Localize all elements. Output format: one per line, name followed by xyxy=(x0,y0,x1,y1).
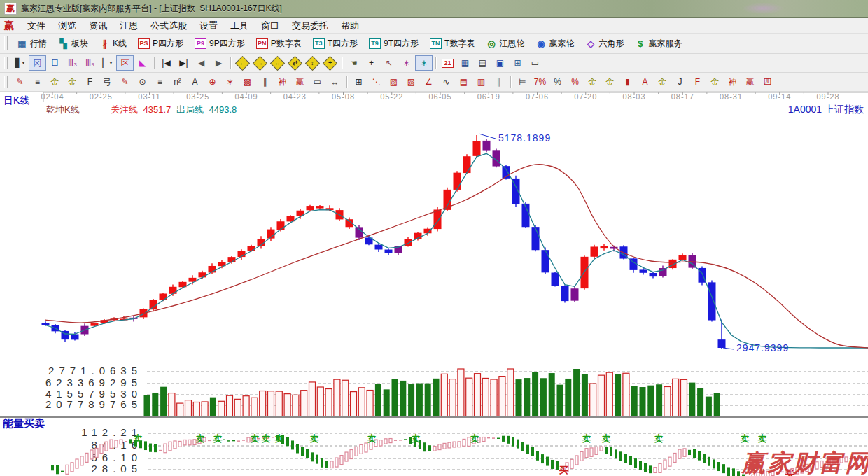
P数字表-button[interactable]: PNP数字表 xyxy=(251,36,307,52)
chart-region-icon[interactable]: 冈 xyxy=(29,55,46,71)
box-grid-icon[interactable]: ▩ xyxy=(239,74,256,90)
gann-brain-icon[interactable]: ∗ xyxy=(415,55,433,71)
diamond-hexpand-icon[interactable]: ↔ xyxy=(269,55,286,71)
last-page-icon[interactable]: ▶| xyxy=(175,55,192,71)
arc-tool-icon[interactable]: 弓 xyxy=(99,74,116,90)
gold-circle-icon[interactable]: 金 xyxy=(584,74,601,90)
f-grid-icon[interactable]: F xyxy=(81,74,99,90)
box-hatch-icon[interactable]: ▧ xyxy=(402,74,420,90)
box-rays-icon[interactable]: ▨ xyxy=(385,74,402,90)
single-candle-icon[interactable]: ▏▾ xyxy=(99,55,116,71)
n2-icon[interactable]: n² xyxy=(169,74,186,90)
ruler123-icon[interactable]: ▭ xyxy=(309,74,326,90)
pct-line-icon[interactable]: % xyxy=(566,74,584,90)
shen-tool-icon[interactable]: 神 xyxy=(274,74,291,90)
T四方形-button[interactable]: T3T四方形 xyxy=(307,36,363,52)
network-icon[interactable]: ⊞ xyxy=(509,55,526,71)
menu-item-2[interactable]: 资讯 xyxy=(83,19,113,32)
color-histogram-icon[interactable]: ◣ xyxy=(134,55,151,71)
bars3-icon[interactable]: Ⅲ₃ xyxy=(64,55,81,71)
diamond-compress-icon[interactable]: ⇄ xyxy=(286,55,304,71)
pct-icon[interactable]: % xyxy=(549,74,566,90)
K线-button[interactable]: ∦K线 xyxy=(94,36,132,52)
gold-angle-icon[interactable]: 金 xyxy=(654,74,671,90)
T数字表-button[interactable]: TNT数字表 xyxy=(424,36,480,52)
angle-rays-icon[interactable]: ∠ xyxy=(420,74,438,90)
menu-item-1[interactable]: 浏览 xyxy=(52,19,83,32)
menu-item-9[interactable]: 帮助 xyxy=(335,19,365,32)
toolbar-grip[interactable] xyxy=(4,76,8,88)
crosshair-icon[interactable]: + xyxy=(363,55,380,71)
赢家轮-button[interactable]: ◉赢家轮 xyxy=(530,36,580,52)
diamond-left-icon[interactable]: ← xyxy=(234,55,251,71)
toolbar-grip[interactable] xyxy=(4,57,8,69)
grid-h-icon[interactable]: ▤ xyxy=(455,74,472,90)
j-angle-icon[interactable]: J xyxy=(671,74,689,90)
hand-icon[interactable]: ☚ xyxy=(345,55,363,71)
anchor-grid-icon[interactable]: ⊞ xyxy=(350,74,368,90)
9P四方形-button[interactable]: P99P四方形 xyxy=(189,36,251,52)
first-page-icon[interactable]: |◀ xyxy=(158,55,175,71)
pct7-icon[interactable]: 7% xyxy=(531,74,549,90)
六角形-button[interactable]: ◇六角形 xyxy=(580,36,629,52)
pencil2-icon[interactable]: ✎ xyxy=(116,74,134,90)
ying-tool-icon[interactable]: 赢 xyxy=(291,74,309,90)
print-icon[interactable]: ▭ xyxy=(526,55,544,71)
diamond-all-icon[interactable]: + xyxy=(321,55,339,71)
赢家服务-button[interactable]: $赢家服务 xyxy=(629,36,687,52)
grid-v-icon[interactable]: ▥ xyxy=(472,74,490,90)
notepad-icon[interactable]: ▤ xyxy=(474,55,491,71)
shen-angle-icon[interactable]: 神 xyxy=(724,74,741,90)
gold-angle2-icon[interactable]: 金 xyxy=(706,74,724,90)
toolbar-grip[interactable] xyxy=(4,36,8,50)
kline-chart[interactable]: 02-0402-2503-1103-2504-0904-2305-0805-22… xyxy=(0,92,868,476)
menu-item-7[interactable]: 窗口 xyxy=(255,19,286,32)
menu-item-4[interactable]: 公式选股 xyxy=(144,19,193,32)
a-wave-icon[interactable]: A xyxy=(636,74,654,90)
行情-button[interactable]: ▦行情 xyxy=(11,36,52,52)
prev-icon[interactable]: ◀ xyxy=(192,55,210,71)
ying-angle-icon[interactable]: 赢 xyxy=(741,74,759,90)
calendar-icon[interactable]: 21 xyxy=(439,55,456,71)
江恩轮-button[interactable]: ◎江恩轮 xyxy=(480,36,530,52)
target-circle-icon[interactable]: ⊕ xyxy=(204,74,221,90)
9T四方形-button[interactable]: T99T四方形 xyxy=(363,36,424,52)
gold-line-icon[interactable]: 金 xyxy=(601,74,619,90)
kline-mode-icon[interactable]: 区 xyxy=(116,55,134,71)
menu-item-3[interactable]: 江恩 xyxy=(113,19,144,32)
f-angle-icon[interactable]: F xyxy=(689,74,706,90)
板块-button[interactable]: ▚板块 xyxy=(52,36,94,52)
hspan-icon[interactable]: ↔ xyxy=(326,74,344,90)
hash-lines-icon[interactable]: ≡ xyxy=(29,74,46,90)
gann-flower-icon[interactable]: ∗ xyxy=(398,55,415,71)
wide-hash-icon[interactable]: ≡ xyxy=(151,74,169,90)
rays-icon[interactable]: ⋱ xyxy=(368,74,385,90)
menu-item-0[interactable]: 文件 xyxy=(21,19,52,32)
scale-bars-icon[interactable]: ⊨ xyxy=(514,74,531,90)
diamond-vexpand-icon[interactable]: ↕ xyxy=(304,55,321,71)
menu-item-6[interactable]: 工具 xyxy=(224,19,255,32)
star-grid-icon[interactable]: ∗ xyxy=(221,74,239,90)
gold-grid1-icon[interactable]: 金 xyxy=(46,74,64,90)
P四方形-button[interactable]: PSP四方形 xyxy=(132,36,189,52)
calculator-icon[interactable]: ▦ xyxy=(456,55,474,71)
menu-item-5[interactable]: 设置 xyxy=(193,19,224,32)
pencil-icon[interactable]: ✎ xyxy=(11,74,29,90)
bars9-icon[interactable]: Ⅲ₉ xyxy=(81,55,99,71)
gold-grid2-icon[interactable]: 金 xyxy=(64,74,81,90)
mirror-a-icon[interactable]: A xyxy=(186,74,204,90)
diamond-right-icon[interactable]: → xyxy=(251,55,269,71)
title-bar[interactable]: 赢 赢家江恩专业版[赢家内部服务平台] - [上证指数 SH1A0001-167… xyxy=(0,0,868,18)
quote-marks-icon[interactable]: ∥ xyxy=(256,74,274,90)
slashes-icon[interactable]: ∥ xyxy=(490,74,507,90)
next-icon[interactable]: ▶ xyxy=(210,55,227,71)
chart-area[interactable]: 02-0402-2503-1103-2504-0904-2305-0805-22… xyxy=(0,92,868,476)
menu-item-8[interactable]: 交易委托 xyxy=(286,19,335,32)
si-angle-icon[interactable]: 四 xyxy=(759,74,776,90)
zigzag-icon[interactable]: ∿ xyxy=(438,74,455,90)
info-panel-icon[interactable]: 目 xyxy=(46,55,64,71)
candle-pencil-icon[interactable]: ▮ xyxy=(619,74,636,90)
save-icon[interactable]: ▣ xyxy=(491,55,509,71)
pointer-icon[interactable]: ↖ xyxy=(380,55,398,71)
candle-style-icon[interactable]: ▋▾ xyxy=(11,55,29,71)
